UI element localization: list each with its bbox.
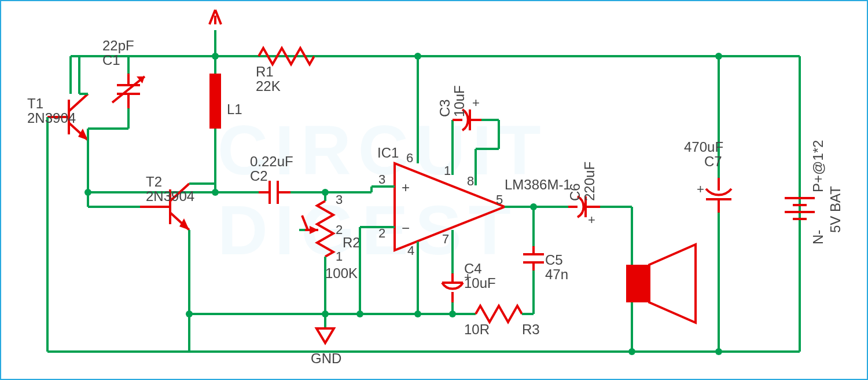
bat-value: 5V BAT: [827, 186, 843, 233]
r3-value: 10R: [464, 321, 490, 337]
ic1-pin3: 3: [378, 172, 385, 187]
svg-marker-110: [649, 244, 696, 323]
c5-ref: C5: [545, 252, 563, 268]
c4-ref: C4: [464, 261, 482, 276]
r2-pin2: 2: [336, 222, 343, 237]
t2-part: 2N3904: [146, 188, 194, 204]
ground-symbol: GND: [189, 310, 341, 366]
battery-symbol: P+@1*2 N- 5V BAT: [785, 56, 843, 352]
r3-ref: R3: [522, 321, 540, 337]
c1-value: 22pF: [102, 38, 134, 53]
ic1-pin8: 8: [467, 174, 474, 188]
svg-marker-8: [78, 129, 88, 140]
svg-text:+: +: [472, 96, 480, 110]
c3-value: 10uF: [451, 85, 467, 117]
ic1-pin1: 1: [444, 163, 451, 178]
c1-ref: C1: [102, 52, 120, 68]
r1-value: 22K: [256, 78, 281, 94]
svg-point-136: [84, 189, 91, 196]
capacitor-c6: + C6 220uF: [534, 162, 632, 227]
c2-value: 0.22uF: [250, 154, 293, 169]
ic1-pin5: 5: [496, 192, 503, 207]
junction-nodes: [84, 53, 722, 355]
resistor-r1: R1 22K: [241, 48, 348, 94]
c2-ref: C2: [250, 168, 268, 184]
ic1-part: LM386M-1: [505, 177, 571, 192]
gnd-label: GND: [311, 350, 341, 366]
svg-point-126: [715, 53, 722, 60]
c4-value: 10uF: [464, 275, 496, 291]
potentiometer-r2: 3 2 1 R2 100K: [299, 192, 361, 314]
transistor-t2: T2 2N3904: [88, 174, 215, 352]
bat-neg: N-: [810, 230, 826, 244]
capacitor-c4: + C4 10uF: [442, 261, 496, 314]
svg-rect-109: [626, 265, 649, 302]
svg-point-134: [628, 348, 635, 355]
schematic-svg: T1 2N3904 22pF C1 L1 T2 2N3904: [1, 1, 868, 380]
schematic-diagram: CIRCUIT DIGEST T1 2N3904 22pF C1: [0, 0, 868, 380]
ic1-amplifier: + − 3 2 6 1 8 4 7 5 IC1 LM386M-1: [372, 145, 571, 265]
c6-value: 220uF: [582, 162, 597, 201]
svg-text:+: +: [588, 213, 595, 227]
svg-text:+: +: [697, 182, 704, 196]
svg-marker-36: [179, 218, 189, 230]
t1-ref: T1: [27, 96, 43, 111]
svg-point-124: [212, 53, 219, 60]
r2-ref: R2: [343, 235, 361, 250]
capacitor-c7: + 470uF C7: [684, 56, 731, 352]
svg-rect-26: [209, 74, 221, 129]
ic1-pin6: 6: [406, 151, 413, 165]
t1-part: 2N3904: [27, 110, 76, 126]
resistor-r3: 10R R3: [453, 306, 540, 337]
svg-point-131: [414, 310, 421, 317]
svg-text:+: +: [402, 180, 410, 195]
svg-point-130: [449, 310, 456, 317]
capacitor-c5: C5 47n: [523, 207, 568, 314]
l1-ref: L1: [227, 101, 242, 117]
svg-point-127: [212, 189, 219, 196]
r2-pin3: 3: [336, 192, 343, 207]
svg-text:−: −: [402, 220, 410, 236]
c5-value: 47n: [545, 266, 568, 282]
t2-ref: T2: [146, 174, 162, 189]
capacitor-c2: 0.22uF C2: [215, 154, 325, 204]
svg-point-135: [715, 348, 722, 355]
svg-point-125: [414, 53, 421, 60]
ic1-pin4: 4: [407, 243, 414, 258]
ic1-ref: IC1: [377, 145, 399, 160]
svg-line-55: [302, 215, 308, 230]
capacitor-c3: + C3 10uF: [437, 85, 499, 149]
r2-value: 100K: [325, 265, 358, 281]
c7-value: 470uF: [684, 139, 723, 155]
svg-line-6: [69, 94, 88, 111]
speaker-icon: [626, 207, 696, 352]
c7-ref: C7: [704, 154, 722, 169]
c3-ref: C3: [437, 99, 453, 117]
svg-marker-58: [317, 328, 334, 343]
c6-ref: C6: [567, 183, 583, 201]
svg-point-132: [356, 310, 363, 317]
r1-ref: R1: [256, 64, 274, 79]
ic1-pin7: 7: [442, 232, 449, 246]
top-rail: [71, 56, 800, 352]
svg-point-128: [322, 189, 329, 196]
bat-pos: P+@1*2: [810, 140, 826, 192]
capacitor-c1: 22pF C1: [88, 38, 145, 140]
transistor-t1: T1 2N3904: [27, 56, 88, 352]
r2-pin1: 1: [336, 249, 343, 264]
svg-marker-54: [310, 226, 318, 234]
svg-point-129: [530, 203, 537, 210]
ic1-pin2: 2: [378, 226, 385, 240]
